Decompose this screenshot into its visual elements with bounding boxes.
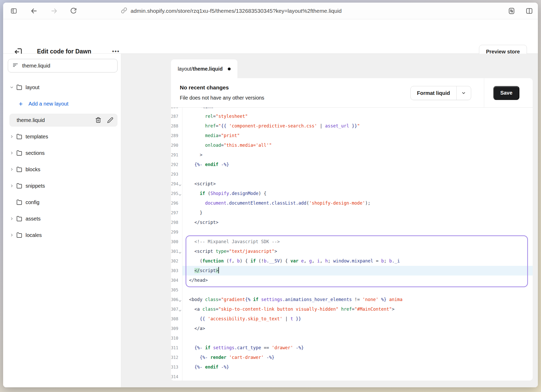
folder-icon [16, 232, 22, 238]
code-text[interactable]: href="{{ 'component-predictive-search.cs… [182, 121, 533, 131]
code-line-312[interactable]: 312 {%- render 'cart-drawer' -%} [171, 353, 533, 362]
code-text[interactable]: {{ 'accessibility.skip_to_text' | t }} [182, 314, 533, 324]
address-bar[interactable]: admin.shopify.com/store/rzq1xu-f5/themes… [121, 3, 342, 19]
sidebar-item-snippets[interactable]: snippets [3, 179, 118, 192]
code-text[interactable]: document.documentElement.classList.add('… [182, 198, 533, 208]
chevron-right-icon[interactable] [10, 135, 14, 138]
fold-chevron-icon[interactable] [179, 184, 181, 186]
sidebar-item-locales[interactable]: locales [3, 229, 118, 242]
fold-chevron-icon[interactable] [179, 309, 181, 312]
code-line-296[interactable]: 296 document.documentElement.classList.a… [171, 198, 533, 208]
code-line-309[interactable]: 309 </a> [171, 324, 533, 333]
code-text[interactable]: (function (f, b) { if (!b.__SV) { var e,… [182, 256, 533, 266]
code-text[interactable]: if (Shopify.designMode) { [182, 189, 533, 198]
code-line-305[interactable]: 305 [171, 285, 533, 295]
code-line-314[interactable]: 314 [171, 372, 533, 381]
text-cursor [218, 267, 219, 273]
code-line-286[interactable]: 286 <link [171, 108, 533, 112]
code-line-307[interactable]: 307 <a class="skip-to-content-link butto… [171, 304, 533, 314]
sidebar-item-assets[interactable]: assets [3, 212, 118, 225]
chevron-right-icon[interactable] [10, 151, 14, 155]
format-liquid-button[interactable]: Format liquid [411, 86, 456, 100]
chevron-right-icon[interactable] [10, 184, 14, 188]
code-text[interactable] [182, 372, 533, 381]
pencil-icon[interactable] [107, 117, 113, 123]
trash-icon[interactable] [95, 117, 101, 123]
code-line-287[interactable]: 287 rel="stylesheet" [171, 112, 533, 121]
code-line-310[interactable]: 310 [171, 333, 533, 343]
sidebar-item-sections[interactable]: sections [3, 146, 118, 160]
line-gutter: 297 [171, 208, 182, 218]
sidebar-item-layout[interactable]: layout [3, 81, 118, 94]
code-text[interactable]: <body class="gradient{% if settings.anim… [182, 295, 533, 304]
code-text[interactable] [182, 285, 533, 295]
code-line-290[interactable]: 290 onload="this.media='all'" [171, 140, 533, 150]
chevron-right-icon[interactable] [10, 217, 14, 220]
sidebar-item-config[interactable]: config [3, 196, 118, 209]
chevron-right-icon [10, 151, 14, 155]
code-text[interactable]: <link [182, 108, 533, 112]
chevron-down-icon[interactable] [10, 85, 14, 89]
code-line-300[interactable]: 300 <!-- Mixpanel Javascript SDK --> [171, 237, 533, 247]
code-text[interactable]: {%- endif -%} [182, 160, 533, 169]
code-text[interactable]: onload="this.media='all'" [182, 140, 533, 150]
code-line-297[interactable]: 297 } [171, 208, 533, 218]
code-text[interactable]: <!-- Mixpanel Javascript SDK --> [182, 237, 533, 247]
chevron-right-icon[interactable] [10, 168, 14, 171]
code-line-288[interactable]: 288 href="{{ 'component-predictive-searc… [171, 121, 533, 131]
split-view-icon[interactable] [525, 6, 534, 16]
fold-chevron-icon[interactable] [179, 300, 181, 302]
code-text[interactable]: media="print" [182, 131, 533, 140]
code-line-301[interactable]: 301 <script type="text/javascript"> [171, 247, 533, 256]
code-text[interactable]: {%- endif -%} [182, 362, 533, 372]
chevron-right-icon[interactable] [10, 233, 14, 237]
code-text[interactable]: > [182, 150, 533, 160]
format-options-chevron-button[interactable] [456, 86, 471, 100]
code-editor[interactable]: 286 <link287 rel="stylesheet"288 href="{… [171, 108, 533, 381]
sidebar-item-add-a-new-layout[interactable]: +Add a new layout [3, 97, 118, 110]
code-line-294[interactable]: 294 <script> [171, 179, 533, 189]
code-text[interactable]: } [182, 208, 533, 218]
code-text[interactable]: {%- render 'cart-drawer' -%} [182, 353, 533, 362]
tab-theme-liquid[interactable]: layout/theme.liquid [171, 59, 237, 80]
code-line-289[interactable]: 289 media="print" [171, 131, 533, 140]
code-text[interactable] [182, 333, 533, 343]
code-text[interactable]: {%- if settings.cart_type == 'drawer' -%… [182, 343, 533, 353]
code-line-311[interactable]: 311 {%- if settings.cart_type == 'drawer… [171, 343, 533, 353]
code-text[interactable]: </script> [182, 266, 533, 275]
code-line-302[interactable]: 302 (function (f, b) { if (!b.__SV) { va… [171, 256, 533, 266]
code-line-308[interactable]: 308 {{ 'accessibility.skip_to_text' | t … [171, 314, 533, 324]
fold-chevron-icon[interactable] [179, 194, 181, 196]
code-text[interactable]: </a> [182, 324, 533, 333]
sidebar-item-theme.liquid[interactable]: theme.liquid [9, 114, 118, 127]
back-arrow-icon[interactable] [29, 6, 39, 16]
code-text[interactable]: rel="stylesheet" [182, 112, 533, 121]
code-line-299[interactable]: 299 [171, 227, 533, 237]
line-number: 293 [171, 172, 178, 177]
code-line-313[interactable]: 313 {%- endif -%} [171, 362, 533, 372]
code-text[interactable]: <a class="skip-to-content-link button vi… [182, 304, 533, 314]
code-line-303[interactable]: 303 </script> [171, 266, 533, 275]
code-line-292[interactable]: 292 {%- endif -%} [171, 160, 533, 169]
code-line-304[interactable]: 304 </head> [171, 275, 533, 285]
code-text[interactable] [182, 227, 533, 237]
code-line-306[interactable]: 306 <body class="gradient{% if settings.… [171, 295, 533, 304]
code-text[interactable]: <script> [182, 179, 533, 189]
code-line-291[interactable]: 291 > [171, 150, 533, 160]
fold-chevron-icon[interactable] [179, 252, 181, 254]
code-text[interactable]: </head> [182, 275, 533, 285]
browser-sidebar-toggle-icon[interactable] [9, 6, 19, 16]
save-button[interactable]: Save [493, 86, 519, 100]
page-settings-icon[interactable] [507, 6, 516, 16]
code-text[interactable] [182, 169, 533, 179]
sidebar-item-blocks[interactable]: blocks [3, 163, 118, 176]
file-search-input[interactable]: theme.liquid [8, 59, 118, 72]
code-line-293[interactable]: 293 [171, 169, 533, 179]
code-text[interactable]: </script> [182, 218, 533, 227]
code-line-295[interactable]: 295 if (Shopify.designMode) { [171, 189, 533, 198]
code-text[interactable]: <script type="text/javascript"> [182, 247, 533, 256]
code-line-298[interactable]: 298 </script> [171, 218, 533, 227]
reload-icon[interactable] [69, 6, 78, 16]
forward-arrow-icon[interactable] [50, 6, 59, 16]
sidebar-item-templates[interactable]: templates [3, 130, 118, 143]
